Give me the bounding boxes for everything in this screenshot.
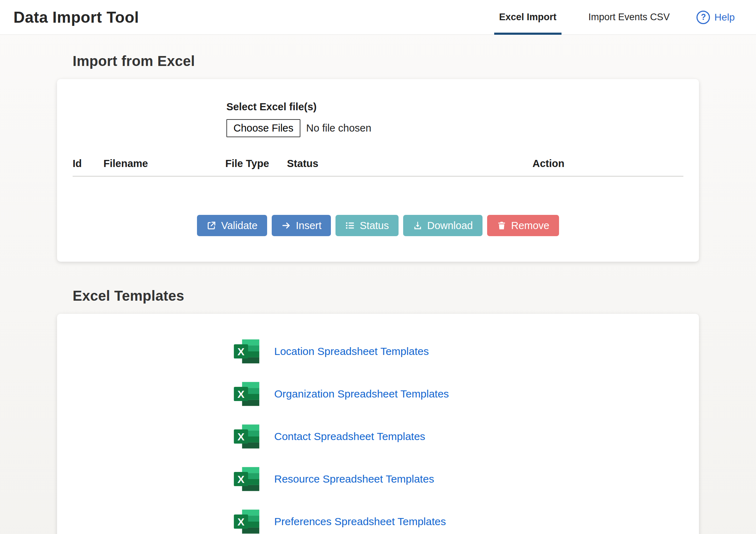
validate-icon bbox=[207, 221, 216, 230]
tab-import-events-csv[interactable]: Import Events CSV bbox=[583, 0, 675, 35]
insert-button[interactable]: Insert bbox=[272, 215, 331, 236]
svg-text:X: X bbox=[237, 346, 244, 357]
excel-file-icon: X bbox=[233, 466, 260, 492]
help-link[interactable]: ? Help bbox=[696, 11, 735, 24]
validate-button[interactable]: Validate bbox=[197, 215, 267, 236]
template-label: Resource Spreadsheet Templates bbox=[274, 473, 434, 485]
import-card: Select Excel file(s) Choose Files No fil… bbox=[57, 79, 699, 262]
status-label: Status bbox=[360, 220, 389, 232]
svg-text:X: X bbox=[237, 473, 244, 485]
question-circle-icon: ? bbox=[696, 11, 710, 24]
template-link-resource[interactable]: X Resource Spreadsheet Templates bbox=[233, 458, 699, 500]
svg-text:X: X bbox=[237, 516, 244, 528]
template-link-contact[interactable]: X Contact Spreadsheet Templates bbox=[233, 415, 699, 458]
main-content: Import from Excel Select Excel file(s) C… bbox=[0, 35, 756, 534]
choose-files-button[interactable]: Choose Files bbox=[226, 119, 300, 137]
app-header: Data Import Tool Excel Import Import Eve… bbox=[0, 0, 756, 35]
excel-file-icon: X bbox=[233, 339, 260, 364]
column-header-filetype: File Type bbox=[225, 158, 287, 169]
download-button[interactable]: Download bbox=[403, 215, 483, 236]
files-table-header: Id Filename File Type Status Action bbox=[73, 158, 683, 177]
template-label: Organization Spreadsheet Templates bbox=[274, 388, 449, 400]
file-input: Choose Files No file chosen bbox=[226, 119, 699, 137]
list-icon bbox=[345, 221, 355, 230]
header-nav: Excel Import Import Events CSV ? Help bbox=[494, 0, 735, 35]
download-icon bbox=[413, 221, 423, 230]
page-title: Data Import Tool bbox=[13, 9, 139, 26]
file-picker-label: Select Excel file(s) bbox=[226, 101, 699, 113]
import-actions: Validate Insert bbox=[57, 215, 699, 236]
template-link-organization[interactable]: X Organization Spreadsheet Templates bbox=[233, 373, 699, 415]
section-title-templates: Excel Templates bbox=[73, 288, 699, 304]
svg-text:X: X bbox=[237, 388, 244, 400]
validate-label: Validate bbox=[221, 220, 258, 232]
column-header-status: Status bbox=[287, 158, 532, 169]
excel-file-icon: X bbox=[233, 424, 260, 449]
file-picker-section: Select Excel file(s) Choose Files No fil… bbox=[226, 101, 699, 137]
column-header-action: Action bbox=[532, 158, 683, 169]
remove-button[interactable]: Remove bbox=[487, 215, 559, 236]
section-title-import: Import from Excel bbox=[73, 53, 699, 69]
trash-icon bbox=[497, 221, 507, 230]
column-header-id: Id bbox=[73, 158, 103, 169]
help-label: Help bbox=[714, 12, 735, 23]
template-link-location[interactable]: X Location Spreadsheet Templates bbox=[233, 330, 699, 373]
template-label: Preferences Spreadsheet Templates bbox=[274, 516, 446, 528]
status-button[interactable]: Status bbox=[335, 215, 398, 236]
excel-file-icon: X bbox=[233, 381, 260, 407]
excel-file-icon: X bbox=[233, 509, 260, 534]
remove-label: Remove bbox=[511, 220, 549, 232]
column-header-filename: Filename bbox=[103, 158, 225, 169]
insert-label: Insert bbox=[296, 220, 322, 232]
files-table-body-empty bbox=[57, 177, 699, 215]
download-label: Download bbox=[427, 220, 473, 232]
templates-card: X Location Spreadsheet Templates X bbox=[57, 314, 699, 534]
file-chosen-status: No file chosen bbox=[306, 122, 371, 134]
template-link-preferences[interactable]: X Preferences Spreadsheet Templates bbox=[233, 500, 699, 534]
template-label: Contact Spreadsheet Templates bbox=[274, 430, 425, 443]
tab-excel-import[interactable]: Excel Import bbox=[494, 0, 562, 35]
arrow-right-icon bbox=[281, 221, 291, 230]
svg-text:X: X bbox=[237, 431, 244, 443]
template-label: Location Spreadsheet Templates bbox=[274, 345, 429, 357]
